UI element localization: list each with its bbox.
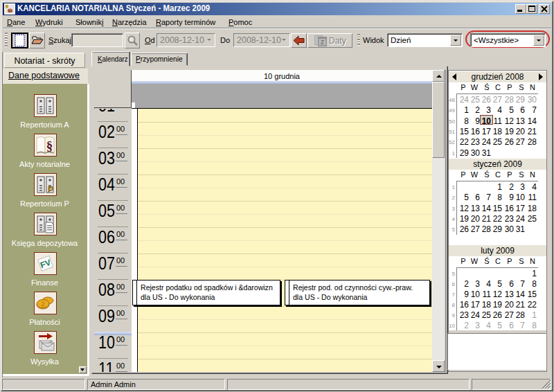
svg-text:z: z <box>321 38 324 46</box>
svg-text:§: § <box>46 139 53 153</box>
svg-text:2: 2 <box>41 301 44 308</box>
svg-text:P: P <box>48 184 54 195</box>
